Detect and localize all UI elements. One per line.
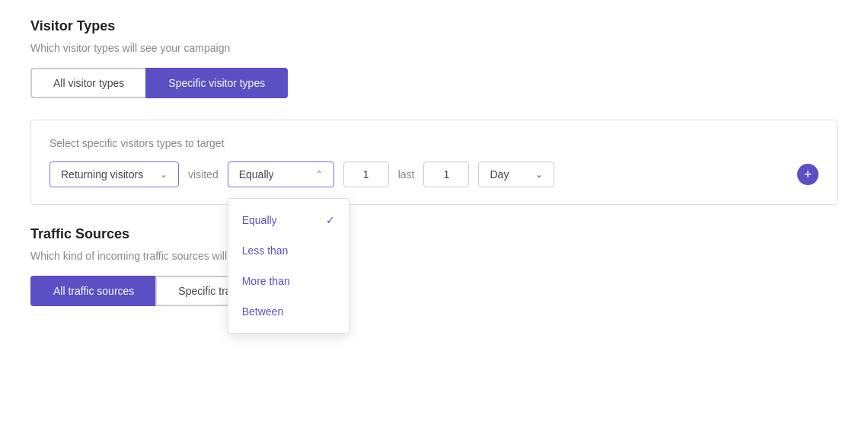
specific-visitor-types-button[interactable]: Specific visitor types [145, 68, 288, 98]
visitor-types-section: Visitor Types Which visitor types will s… [30, 18, 838, 98]
visitor-types-toggle-group: All visitor types Specific visitor types [30, 68, 838, 98]
dropdown-item-less-than[interactable]: Less than [228, 235, 349, 266]
condition-select-dropdown[interactable]: Equally ⌃ [228, 161, 334, 187]
condition-chevron-up-icon: ⌃ [315, 169, 323, 180]
all-traffic-sources-button[interactable]: All traffic sources [30, 276, 155, 306]
day-chevron-down-icon: ⌄ [535, 169, 543, 180]
dropdown-item-between[interactable]: Between [228, 296, 349, 327]
visitor-select-dropdown[interactable]: Returning visitors ⌄ [49, 161, 179, 187]
traffic-sources-toggle-group: All traffic sources Specific traffic sou… [30, 276, 838, 306]
visited-label: visited [188, 168, 219, 181]
filter-row: Returning visitors ⌄ visited Equally ⌃ E… [49, 161, 819, 187]
dropdown-item-equally[interactable]: Equally ✓ [228, 205, 349, 235]
traffic-sources-title: Traffic Sources [30, 226, 838, 242]
dropdown-item-equally-label: Equally [242, 214, 277, 226]
visitor-select-chevron-icon: ⌄ [160, 169, 168, 180]
dropdown-item-less-than-label: Less than [242, 244, 289, 257]
dropdown-item-more-than-label: More than [242, 275, 290, 287]
traffic-sources-subtitle: Which kind of incoming traffic sources w… [30, 250, 838, 262]
specific-visitors-panel: Select specific visitors types to target… [30, 120, 838, 205]
checkmark-icon: ✓ [326, 214, 335, 226]
day-select-value: Day [490, 168, 509, 181]
dropdown-item-between-label: Between [242, 305, 283, 318]
panel-label: Select specific visitors types to target [49, 137, 819, 149]
all-visitor-types-button[interactable]: All visitor types [30, 68, 145, 98]
condition-select-value: Equally [239, 168, 274, 181]
condition-dropdown-menu: Equally ✓ Less than More than Between [228, 198, 349, 334]
condition-wrapper: Equally ⌃ Equally ✓ Less than More than [228, 161, 334, 187]
visitor-types-subtitle: Which visitor types will see your campai… [30, 42, 838, 54]
visitor-types-title: Visitor Types [30, 18, 838, 34]
count-input[interactable] [343, 161, 389, 187]
visitor-select-value: Returning visitors [61, 168, 143, 181]
add-icon: + [804, 168, 812, 181]
traffic-sources-section: Traffic Sources Which kind of incoming t… [30, 226, 838, 306]
last-label: last [398, 168, 415, 181]
day-select-dropdown[interactable]: Day ⌄ [478, 161, 554, 187]
add-condition-button[interactable]: + [797, 164, 819, 185]
last-input[interactable] [423, 161, 469, 187]
dropdown-item-more-than[interactable]: More than [228, 266, 349, 296]
